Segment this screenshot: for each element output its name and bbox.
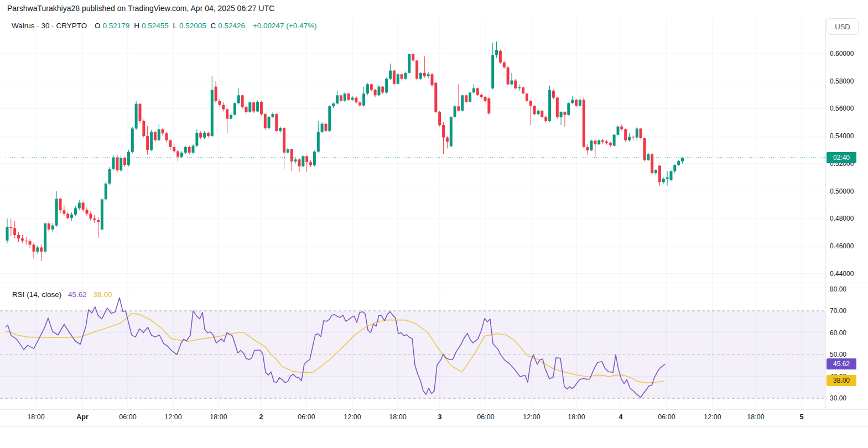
time-axis-label: 12:00 <box>704 413 721 421</box>
candle <box>93 218 96 220</box>
candle <box>415 60 418 79</box>
candle <box>222 105 225 110</box>
symbol-title[interactable]: Walrus · 30 · CRYPTO <box>12 22 87 30</box>
price-axis-divider <box>825 18 826 409</box>
candle <box>268 117 271 128</box>
candle <box>389 71 392 79</box>
chart-canvas <box>0 0 868 448</box>
candle <box>89 214 92 219</box>
candle <box>25 241 28 241</box>
candle <box>97 220 100 222</box>
candle <box>82 203 85 210</box>
candle <box>340 95 342 101</box>
candle <box>165 133 168 140</box>
candle <box>499 51 502 62</box>
candle <box>241 95 244 107</box>
candle <box>21 238 24 241</box>
candle <box>427 74 430 76</box>
price-axis-label: 0.54000 <box>830 132 854 140</box>
candle <box>264 114 267 128</box>
candle <box>620 127 623 129</box>
candle <box>252 102 255 111</box>
candle <box>207 133 210 136</box>
candle <box>666 178 669 179</box>
candle <box>358 102 361 106</box>
candle <box>298 159 301 166</box>
candle <box>526 93 528 101</box>
candle <box>351 98 354 100</box>
candle <box>362 93 365 106</box>
candle <box>370 84 373 90</box>
candle <box>609 143 612 145</box>
close-label: C <box>211 22 216 30</box>
candle <box>70 215 73 218</box>
candle <box>309 162 312 165</box>
candle <box>681 158 684 161</box>
time-axis-label: Apr <box>76 413 89 421</box>
candle <box>636 128 638 137</box>
candle <box>605 142 608 143</box>
price-axis-label: 0.50000 <box>830 187 854 195</box>
candle <box>219 101 221 105</box>
price-axis-label: 0.60000 <box>830 50 854 58</box>
candle <box>586 147 589 150</box>
candle <box>184 147 187 153</box>
rsi-axis-label: 70.00 <box>830 307 846 315</box>
candle <box>112 158 115 169</box>
candle <box>44 223 46 252</box>
candle <box>86 210 89 214</box>
candle <box>472 88 475 93</box>
candles-group[interactable] <box>6 41 684 261</box>
low-label: L <box>173 22 177 30</box>
rsi-ma-legend-value: 38.00 <box>93 290 112 299</box>
high-value: 0.52455 <box>142 22 169 30</box>
candle <box>287 149 289 153</box>
candle <box>63 210 65 213</box>
candle <box>571 100 574 103</box>
candle <box>108 169 111 184</box>
candle <box>662 179 665 182</box>
candle <box>162 129 164 134</box>
candle <box>446 138 449 142</box>
candle <box>176 151 179 157</box>
candle <box>305 156 308 162</box>
candle <box>6 227 9 241</box>
currency-button[interactable]: USD <box>827 18 859 35</box>
candle <box>48 223 50 230</box>
candle <box>192 146 195 153</box>
time-axis-label: 18:00 <box>210 413 227 421</box>
candle <box>344 93 346 101</box>
candle <box>487 98 490 113</box>
candle <box>613 135 616 146</box>
candle <box>484 97 487 101</box>
time-axis-label: 12:00 <box>344 413 361 421</box>
candle <box>279 128 282 131</box>
candle <box>55 199 58 226</box>
candle <box>290 149 293 162</box>
rsi-band <box>0 311 825 398</box>
candle <box>66 214 69 218</box>
candle <box>59 199 62 210</box>
open-value: 0.52179 <box>103 22 130 30</box>
candle <box>511 81 513 85</box>
candle <box>419 73 422 79</box>
low-value: 0.52005 <box>179 22 206 30</box>
candle <box>579 100 581 106</box>
candle <box>260 102 263 114</box>
pane-divider[interactable] <box>0 283 868 283</box>
candle <box>617 127 620 135</box>
candle <box>412 54 414 60</box>
candle <box>169 140 171 147</box>
candle <box>116 158 118 171</box>
candle <box>36 247 39 252</box>
candle <box>381 87 384 93</box>
symbol-legend: Walrus · 30 · CRYPTO O0.52179 H0.52455 L… <box>12 22 319 30</box>
candle <box>552 91 555 97</box>
candle <box>628 137 631 140</box>
candle <box>670 171 673 180</box>
rsi-legend-value: 45.62 <box>68 290 87 299</box>
rsi-legend-title[interactable]: RSI (14, close) <box>12 290 61 299</box>
candle <box>313 152 316 165</box>
price-axis-label: 0.46000 <box>830 242 854 250</box>
candle <box>575 100 578 106</box>
